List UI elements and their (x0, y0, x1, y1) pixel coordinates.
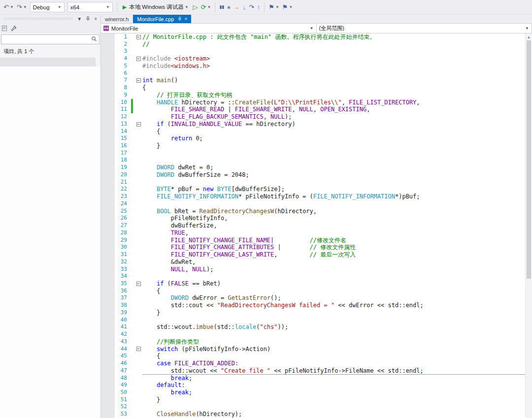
code-line[interactable]: 32 &dwRet, (101, 258, 532, 266)
code-text[interactable]: DWORD dwRet = 0; (142, 164, 532, 171)
scrollbar-thumb[interactable] (527, 40, 531, 279)
code-text[interactable]: &dwRet, (142, 258, 532, 266)
tab-monitorfile[interactable]: MonitorFile.cpp × (133, 15, 191, 23)
code-text[interactable]: // MonitorFile.cpp : 此文件包含 "main" 函数。程序执… (142, 33, 532, 41)
configuration-combo[interactable]: Debug ▼ (30, 2, 65, 12)
code-text[interactable]: if (INVALID_HANDLE_VALUE == hDirectory) (142, 121, 532, 128)
code-line[interactable]: 30 FILE_NOTIFY_CHANGE_ATTRIBUTES | // 修改… (101, 244, 532, 251)
code-line[interactable]: 52 (101, 403, 532, 411)
code-line[interactable]: 18 (101, 157, 532, 164)
breakpoint-margin[interactable] (101, 106, 115, 113)
breakpoint-margin[interactable] (101, 70, 115, 77)
step-out-button[interactable]: ↑ (256, 3, 262, 11)
breakpoint-margin[interactable] (101, 48, 115, 55)
code-text[interactable]: BYTE* pBuf = new BYTE[dwBufferSize]; (142, 186, 532, 193)
code-line[interactable]: 11 FILE_SHARE_READ | FILE_SHARE_WRITE, N… (101, 106, 532, 113)
breakpoint-margin[interactable] (101, 375, 115, 382)
breakpoint-margin[interactable] (101, 317, 115, 324)
code-line[interactable]: 39 } (101, 309, 532, 317)
close-icon[interactable]: × (92, 16, 99, 22)
code-line[interactable]: 7−int main() (101, 77, 532, 84)
vertical-scrollbar[interactable]: ▲ (525, 33, 532, 418)
breakpoint-margin[interactable] (101, 294, 115, 302)
breakpoint-margin[interactable] (101, 142, 115, 150)
code-line[interactable]: 49 default: (101, 382, 532, 389)
code-line[interactable]: 43 //判断操作类型 (101, 338, 532, 346)
code-line[interactable]: 37 DWORD dwError = GetLastError(); (101, 294, 532, 302)
code-text[interactable] (142, 179, 532, 186)
step-over-button[interactable]: ↷ (247, 3, 256, 11)
fold-margin[interactable]: − (134, 280, 142, 288)
navigate-back-caret-icon[interactable]: ▼ (10, 5, 14, 9)
pin-icon[interactable] (84, 16, 92, 22)
start-without-debugging-button[interactable]: ▷ (192, 3, 200, 11)
document-icon[interactable] (1, 25, 7, 32)
code-text[interactable]: default: (142, 382, 532, 389)
breakpoint-margin[interactable] (101, 258, 115, 266)
platform-combo[interactable]: x64 ▼ (67, 2, 113, 12)
types-dropdown[interactable]: ++ MonitorFile ▼ (101, 24, 316, 33)
breakpoint-margin[interactable] (101, 403, 115, 411)
code-text[interactable]: FILE_SHARE_READ | FILE_SHARE_WRITE, NULL… (142, 106, 532, 113)
code-line[interactable]: 12 FILE_FLAG_BACKUP_SEMANTICS, NULL); (101, 113, 532, 121)
code-text[interactable]: DWORD dwError = GetLastError(); (142, 294, 532, 302)
scope-dropdown[interactable]: (全局范围) ▼ (317, 24, 532, 33)
code-line[interactable]: 6 (101, 70, 532, 77)
code-text[interactable]: FILE_NOTIFY_CHANGE_LAST_WRITE, // 最后一次写入 (142, 251, 532, 258)
code-text[interactable]: FILE_NOTIFY_CHANGE_FILE_NAME| //修改文件名 (142, 237, 532, 244)
breakpoint-margin[interactable] (101, 389, 115, 396)
fold-margin[interactable]: − (134, 33, 142, 41)
code-text[interactable] (142, 317, 532, 324)
code-line[interactable]: 24 (101, 200, 532, 208)
code-text[interactable]: std::wcout.imbue(std::locale("chs")); (142, 323, 532, 331)
code-line[interactable]: 5#include<windows.h> (101, 63, 532, 70)
code-text[interactable]: case FILE_ACTION_ADDED: (142, 360, 532, 367)
breakpoint-margin[interactable] (101, 128, 115, 135)
code-editor[interactable]: 1−// MonitorFile.cpp : 此文件包含 "main" 函数。程… (101, 33, 532, 418)
code-line[interactable]: 46 case FILE_ACTION_ADDED: (101, 360, 532, 367)
code-line[interactable]: 40 (101, 317, 532, 324)
code-text[interactable]: dwBufferSize, (142, 222, 532, 229)
toggle-bookmark-button[interactable]: ⚑ ▼ (267, 3, 281, 11)
breakpoint-margin[interactable] (101, 360, 115, 367)
code-text[interactable]: return 0; (142, 135, 532, 142)
code-line[interactable]: 44− switch (pFileNotifyInfo->Action) (101, 346, 532, 353)
code-line[interactable]: 34 (101, 273, 532, 280)
breakpoint-margin[interactable] (101, 411, 115, 418)
breakpoint-margin[interactable] (101, 193, 115, 200)
code-text[interactable] (142, 70, 532, 77)
breakpoint-margin[interactable] (101, 121, 115, 128)
code-text[interactable]: CloseHandle(hDirectory); (142, 411, 532, 418)
breakpoint-margin[interactable] (101, 302, 115, 309)
code-line[interactable]: 9 // 打开目录、获取文件句柄 (101, 92, 532, 99)
next-bookmark-caret-icon[interactable]: ▼ (289, 5, 293, 9)
breakpoint-margin[interactable] (101, 99, 115, 106)
collapse-icon[interactable]: − (136, 35, 141, 39)
code-line[interactable]: 8{ (101, 84, 532, 92)
code-text[interactable] (142, 48, 532, 55)
code-text[interactable]: HANDLE hDirectory = ::CreateFile(L"D:\\P… (142, 99, 532, 106)
search-input[interactable] (3, 36, 91, 42)
breakpoint-margin[interactable] (101, 273, 115, 280)
code-line[interactable]: 26 pFileNotifyInfo, (101, 215, 532, 222)
start-debugging-button[interactable]: ▶ 本地 Windows 调试器 ▼ (120, 2, 192, 13)
code-line[interactable]: 19 DWORD dwRet = 0; (101, 164, 532, 171)
breakpoint-margin[interactable] (101, 92, 115, 99)
breakpoint-margin[interactable] (101, 179, 115, 186)
code-text[interactable]: } (142, 396, 532, 404)
breakpoint-margin[interactable] (101, 215, 115, 222)
code-line[interactable]: 33 NULL, NULL); (101, 266, 532, 273)
code-text[interactable]: { (142, 84, 532, 92)
navigate-forward-caret-icon[interactable]: ▼ (23, 5, 27, 9)
breakpoint-margin[interactable] (101, 135, 115, 142)
navigate-forward-button[interactable]: ↷ ▼ (15, 3, 29, 11)
code-line[interactable]: 14 { (101, 128, 532, 135)
fold-margin[interactable]: − (134, 77, 142, 84)
code-text[interactable]: //判断操作类型 (142, 338, 532, 346)
breakpoint-margin[interactable] (101, 113, 115, 121)
breakpoint-margin[interactable] (101, 63, 115, 70)
bookmark-caret-icon[interactable]: ▼ (275, 5, 279, 9)
code-line[interactable]: 13− if (INVALID_HANDLE_VALUE == hDirecto… (101, 121, 532, 128)
restart-button[interactable]: ⟳ ▼ (200, 3, 213, 11)
code-line[interactable]: 2// (101, 41, 532, 48)
